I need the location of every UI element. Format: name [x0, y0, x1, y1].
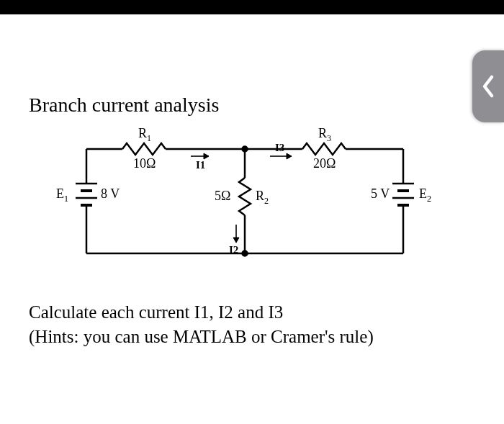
- document-page: Branch current analysis: [0, 14, 504, 424]
- i1-label: I1: [196, 159, 205, 171]
- instruction-line-2: (Hints: you can use MATLAB or Cramer's r…: [29, 325, 475, 349]
- prev-button[interactable]: [472, 50, 504, 122]
- instruction-line-1: Calculate each current I1, I2 and I3: [29, 300, 475, 325]
- chevron-left-icon: [481, 74, 495, 99]
- svg-point-8: [243, 147, 248, 152]
- e2-label: E2: [419, 186, 431, 204]
- r2-value: 5Ω: [215, 189, 230, 204]
- e1-value: 8 V: [101, 186, 120, 202]
- e1-label: E1: [56, 186, 68, 204]
- r2-label: R2: [256, 189, 269, 207]
- r1-label: R1: [138, 126, 151, 144]
- svg-point-9: [243, 251, 248, 256]
- circuit-diagram: R1 10Ω R3 20Ω R2 5Ω E1 8 V E2 5 V I1 I3 …: [43, 127, 446, 271]
- r1-value: 10Ω: [133, 156, 156, 171]
- r3-value: 20Ω: [313, 156, 336, 171]
- r3-label: R3: [318, 126, 331, 144]
- instruction-text: Calculate each current I1, I2 and I3 (Hi…: [29, 300, 475, 349]
- e2-value: 5 V: [371, 186, 390, 202]
- i3-label: I3: [275, 142, 284, 154]
- i2-label: I2: [229, 244, 238, 256]
- page-title: Branch current analysis: [29, 94, 475, 117]
